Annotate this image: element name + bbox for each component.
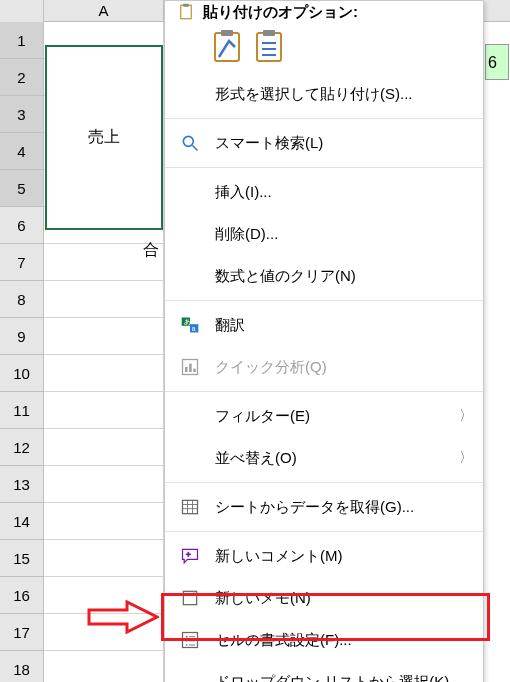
column-header-a[interactable]: A [44,0,164,21]
svg-line-10 [193,146,198,151]
menu-format-cells[interactable]: セルの書式設定(F)... [165,619,483,661]
menu-translate[interactable]: あa 翻訳 [165,304,483,346]
paste-options-label: 貼り付けのオプション: [203,3,358,22]
row-header-10[interactable]: 10 [0,355,44,392]
menu-pick-from-dropdown[interactable]: ドロップダウン リストから選択(K)... [165,661,483,682]
blank-icon [179,671,201,682]
row-header-8[interactable]: 8 [0,281,44,318]
menu-separator [165,167,483,168]
menu-separator [165,391,483,392]
menu-quick-analysis: クイック分析(Q) [165,346,483,388]
cell[interactable] [44,318,164,355]
row-header-17[interactable]: 17 [0,614,44,651]
quick-analysis-icon [179,356,201,378]
row-header-9[interactable]: 9 [0,318,44,355]
menu-separator [165,531,483,532]
paste-values-icon[interactable] [255,29,283,63]
menu-paste-special[interactable]: 形式を選択して貼り付け(S)... [165,73,483,115]
menu-label: セルの書式設定(F)... [215,631,469,650]
menu-label: 翻訳 [215,316,469,335]
svg-rect-4 [257,33,281,61]
cell[interactable] [44,281,164,318]
blank-icon [179,265,201,287]
menu-delete[interactable]: 削除(D)... [165,213,483,255]
menu-label: スマート検索(L) [215,134,469,153]
cell[interactable] [44,466,164,503]
cell[interactable] [44,503,164,540]
menu-label: 新しいコメント(M) [215,547,469,566]
menu-label: 並べ替え(O) [215,449,445,468]
row-header-16[interactable]: 16 [0,577,44,614]
format-cells-icon [179,629,201,651]
svg-rect-5 [263,30,275,36]
menu-label: シートからデータを取得(G)... [215,498,469,517]
cell[interactable] [44,392,164,429]
menu-label: 形式を選択して貼り付け(S)... [215,85,469,104]
svg-rect-0 [181,5,192,19]
menu-clear-contents[interactable]: 数式と値のクリア(N) [165,255,483,297]
cell[interactable] [44,355,164,392]
row-header-5[interactable]: 5 [0,170,44,207]
blank-icon [179,223,201,245]
row-header-15[interactable]: 15 [0,540,44,577]
paste-options-header: 貼り付けのオプション: [165,3,483,23]
row-header-2[interactable]: 2 [0,59,44,96]
row-header-7[interactable]: 7 [0,244,44,281]
menu-separator [165,482,483,483]
svg-point-32 [186,644,188,646]
cell[interactable] [44,577,164,614]
search-icon [179,132,201,154]
svg-rect-16 [185,367,188,372]
table-icon [179,496,201,518]
menu-get-data-from-sheet[interactable]: シートからデータを取得(G)... [165,486,483,528]
chevron-right-icon: 〉 [459,407,469,425]
cell[interactable] [44,429,164,466]
row-header-4[interactable]: 4 [0,133,44,170]
menu-label: ドロップダウン リストから選択(K)... [215,673,469,683]
menu-label: 挿入(I)... [215,183,469,202]
menu-sort[interactable]: 並べ替え(O) 〉 [165,437,483,479]
menu-new-comment[interactable]: 新しいコメント(M) [165,535,483,577]
row-header-14[interactable]: 14 [0,503,44,540]
cell[interactable] [44,614,164,651]
menu-smart-lookup[interactable]: スマート検索(L) [165,122,483,164]
row-header-3[interactable]: 3 [0,96,44,133]
row-header-13[interactable]: 13 [0,466,44,503]
context-menu: 貼り付けのオプション: 形式を選択して貼り付け(S)... [164,0,484,682]
svg-rect-17 [189,364,192,372]
row-header-6[interactable]: 6 [0,207,44,244]
translate-icon: あa [179,314,201,336]
paste-all-icon[interactable] [213,29,241,63]
cell[interactable] [44,651,164,682]
svg-rect-18 [193,369,196,372]
svg-rect-2 [215,33,239,61]
svg-point-30 [186,640,188,642]
svg-text:あ: あ [184,318,191,326]
selected-merged-cell[interactable]: 売上 [45,45,163,230]
menu-new-note[interactable]: 新しいメモ(N) [165,577,483,619]
cell-a6-value: 合 [45,231,163,268]
svg-text:a: a [192,325,196,332]
row-header-18[interactable]: 18 [0,651,44,682]
row-header-1[interactable]: 1 [0,22,44,59]
row-header-11[interactable]: 11 [0,392,44,429]
blank-icon [179,447,201,469]
cell-b1-partial[interactable]: 6月 [485,44,509,80]
svg-point-9 [183,136,193,146]
blank-icon [179,181,201,203]
clipboard-icon [177,3,195,21]
svg-rect-3 [221,30,233,36]
chevron-right-icon: 〉 [459,449,469,467]
menu-separator [165,118,483,119]
menu-filter[interactable]: フィルター(E) 〉 [165,395,483,437]
blank-icon [179,405,201,427]
menu-insert[interactable]: 挿入(I)... [165,171,483,213]
menu-label: フィルター(E) [215,407,445,426]
menu-label: 数式と値のクリア(N) [215,267,469,286]
svg-point-28 [186,636,188,638]
select-all-corner[interactable] [0,0,44,22]
menu-label: 削除(D)... [215,225,469,244]
blank-icon [179,83,201,105]
cell[interactable] [44,540,164,577]
row-header-12[interactable]: 12 [0,429,44,466]
